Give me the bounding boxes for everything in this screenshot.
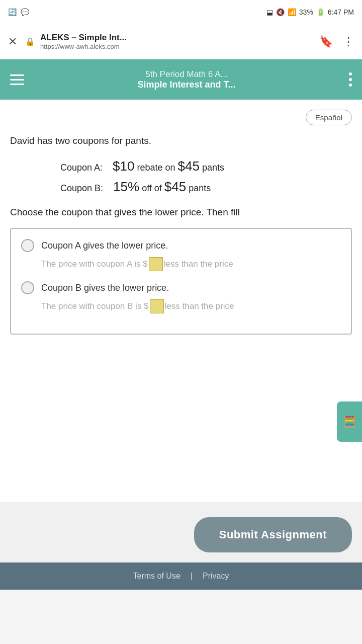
question-instruction: Choose the coupon that gives the lower p… bbox=[10, 207, 352, 218]
option-b-subtext-pre: The price with coupon B is $ bbox=[41, 301, 149, 311]
bluetooth-icon: ⬓ bbox=[266, 8, 273, 16]
signal-icon: 📶 bbox=[288, 8, 296, 16]
coupon-b-price: $45 bbox=[164, 179, 186, 194]
url-area: 🔒 ALEKS – Simple Int... https://www-awh.… bbox=[25, 33, 311, 50]
privacy-link[interactable]: Privacy bbox=[203, 572, 229, 581]
header-subject: Simple Interest and T... bbox=[137, 79, 235, 90]
battery-percent: 33% bbox=[299, 8, 313, 16]
app-header: 5th Period Math 6 A... Simple Interest a… bbox=[0, 59, 362, 100]
footer: Terms of Use | Privacy bbox=[0, 562, 362, 590]
option-b-subtext-post: less than the price bbox=[165, 301, 234, 311]
coupon-b-pants: pants bbox=[189, 183, 211, 193]
terms-link[interactable]: Terms of Use bbox=[133, 572, 180, 581]
option-a-subtext-pre: The price with coupon A is $ bbox=[41, 259, 148, 269]
question-intro: David has two coupons for pants. bbox=[10, 130, 352, 146]
app-icon2: 💬 bbox=[21, 8, 29, 16]
option-a: Coupon A gives the lower price. The pric… bbox=[21, 239, 341, 271]
option-a-subtext-post: less than the price bbox=[164, 259, 233, 269]
option-b-input-box[interactable] bbox=[150, 299, 164, 313]
more-menu-icon[interactable]: ⋮ bbox=[343, 35, 354, 48]
header-title: 5th Period Math 6 A... Simple Interest a… bbox=[24, 69, 349, 90]
coupons-block: Coupon A: $10 rebate on $45 pants Coupon… bbox=[10, 158, 352, 195]
main-content: Español David has two coupons for pants.… bbox=[0, 100, 362, 502]
close-button[interactable]: ✕ bbox=[8, 35, 17, 48]
dots-menu[interactable] bbox=[349, 72, 352, 87]
option-a-row: Coupon A gives the lower price. bbox=[21, 239, 341, 252]
coupon-a-line: Coupon A: $10 rebate on $45 pants bbox=[10, 158, 352, 174]
coupon-b-percent: 15% bbox=[113, 179, 139, 194]
submit-assignment-button[interactable]: Submit Assignment bbox=[194, 517, 352, 552]
radio-b[interactable] bbox=[21, 281, 34, 294]
status-left: 🔄 💬 bbox=[8, 8, 29, 16]
coupon-a-pants: pants bbox=[202, 163, 224, 173]
browser-url: https://www-awh.aleks.com bbox=[40, 43, 127, 50]
bottom-area: Submit Assignment bbox=[0, 502, 362, 562]
app-icon1: 🔄 bbox=[8, 8, 17, 16]
browser-title-block: ALEKS – Simple Int... https://www-awh.al… bbox=[40, 33, 127, 50]
option-a-input-box[interactable] bbox=[149, 257, 163, 271]
option-b-row: Coupon B gives the lower price. bbox=[21, 281, 341, 294]
option-b-subtext: The price with coupon B is $less than th… bbox=[21, 299, 341, 313]
radio-a[interactable] bbox=[21, 239, 34, 252]
coupon-a-value: $10 bbox=[113, 158, 134, 174]
status-bar: 🔄 💬 ⬓ 🔇 📶 33% 🔋 6:47 PM bbox=[0, 0, 362, 24]
browser-actions: 🔖 ⋮ bbox=[319, 35, 354, 48]
option-a-label: Coupon A gives the lower price. bbox=[41, 240, 168, 251]
mute-icon: 🔇 bbox=[276, 8, 285, 16]
coupon-a-rebate: rebate on bbox=[137, 163, 178, 173]
browser-bar: ✕ 🔒 ALEKS – Simple Int... https://www-aw… bbox=[0, 24, 362, 59]
answer-box: Coupon A gives the lower price. The pric… bbox=[10, 228, 352, 335]
hamburger-menu[interactable] bbox=[10, 74, 24, 85]
coupon-a-label: Coupon A: bbox=[60, 163, 103, 173]
header-period: 5th Period Math 6 A... bbox=[145, 69, 227, 79]
espanol-button[interactable]: Español bbox=[306, 110, 352, 125]
battery-icon: 🔋 bbox=[316, 8, 325, 16]
option-a-subtext: The price with coupon A is $less than th… bbox=[21, 257, 341, 271]
coupon-b-offof: off of bbox=[142, 183, 164, 193]
coupon-b-label: Coupon B: bbox=[60, 183, 103, 193]
coupon-b-line: Coupon B: 15% off of $45 pants bbox=[10, 179, 352, 195]
browser-page-title: ALEKS – Simple Int... bbox=[40, 33, 127, 43]
bookmark-icon[interactable]: 🔖 bbox=[319, 35, 333, 48]
lock-icon: 🔒 bbox=[25, 37, 35, 46]
footer-divider: | bbox=[191, 572, 193, 581]
time: 6:47 PM bbox=[328, 8, 354, 16]
status-right: ⬓ 🔇 📶 33% 🔋 6:47 PM bbox=[266, 8, 354, 16]
coupon-a-price: $45 bbox=[178, 158, 200, 174]
calculator-button[interactable]: 🧮 bbox=[337, 401, 362, 442]
option-b: Coupon B gives the lower price. The pric… bbox=[21, 281, 341, 313]
option-b-label: Coupon B gives the lower price. bbox=[41, 283, 169, 293]
calculator-icon: 🧮 bbox=[343, 415, 356, 428]
